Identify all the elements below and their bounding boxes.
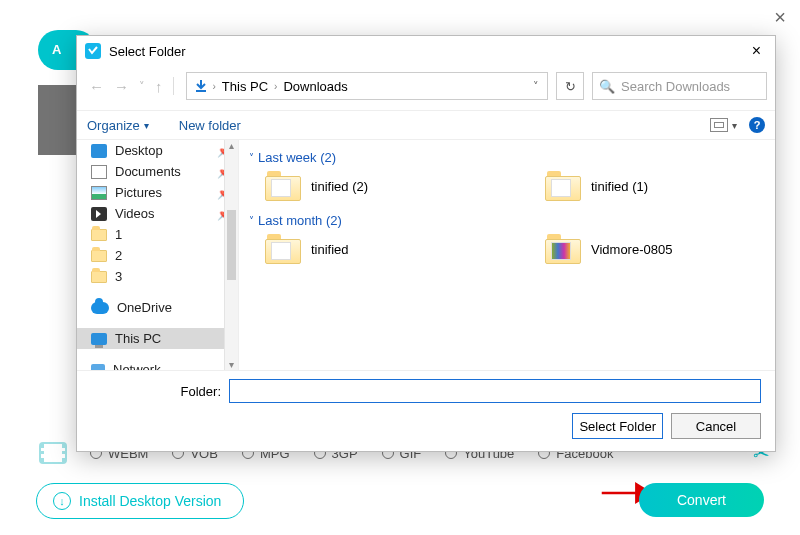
view-menu[interactable]: ▾: [710, 118, 737, 132]
doc-icon: [91, 165, 107, 179]
address-dropdown-icon[interactable]: ˅: [533, 80, 543, 93]
search-icon: 🔍: [599, 79, 615, 94]
close-icon[interactable]: ×: [746, 40, 767, 62]
tree-item-network[interactable]: Network: [77, 359, 238, 370]
tree-item-label: OneDrive: [117, 300, 172, 315]
folder-content: ˅Last week (2)tinified (2)tinified (1)˅L…: [239, 140, 775, 370]
net-icon: [91, 364, 105, 371]
tree-item-documents[interactable]: Documents📌: [77, 161, 238, 182]
downloads-icon: [191, 77, 211, 95]
forward-button[interactable]: →: [114, 78, 129, 95]
back-button[interactable]: ←: [89, 78, 104, 95]
dialog-title: Select Folder: [109, 44, 186, 59]
folder-icon: [265, 171, 301, 201]
tree-item-label: This PC: [115, 331, 161, 346]
folder-name-input[interactable]: [229, 379, 761, 403]
nav-tree: Desktop📌Documents📌Pictures📌Videos📌123One…: [77, 140, 239, 370]
folder-item[interactable]: Vidmore-0805: [545, 234, 745, 264]
tree-item-label: Documents: [115, 164, 181, 179]
cloud-icon: [91, 302, 109, 314]
pc-icon: [91, 333, 107, 345]
close-icon[interactable]: ×: [774, 6, 786, 29]
folder-label: tinified (1): [591, 179, 648, 194]
pic-icon: [91, 186, 107, 200]
app-logo-icon: [85, 43, 101, 59]
desktop-icon: [91, 144, 107, 158]
folder-icon: [91, 271, 107, 283]
chevron-down-icon: ˅: [249, 215, 254, 226]
folder-label: tinified (2): [311, 179, 368, 194]
tree-item-pictures[interactable]: Pictures📌: [77, 182, 238, 203]
folder-icon: [545, 171, 581, 201]
select-folder-button[interactable]: Select Folder: [572, 413, 663, 439]
vid-icon: [91, 207, 107, 221]
tree-item-3[interactable]: 3: [77, 266, 238, 287]
breadcrumb[interactable]: Downloads: [279, 79, 351, 94]
tree-item-label: 1: [115, 227, 122, 242]
tree-item-label: Desktop: [115, 143, 163, 158]
tree-item-label: Videos: [115, 206, 155, 221]
breadcrumb[interactable]: This PC: [218, 79, 272, 94]
folder-icon: [91, 250, 107, 262]
convert-button[interactable]: Convert: [639, 483, 764, 517]
scrollbar[interactable]: ▴▾: [224, 140, 238, 370]
help-icon[interactable]: ?: [749, 117, 765, 133]
folder-item[interactable]: tinified: [265, 234, 465, 264]
cancel-button[interactable]: Cancel: [671, 413, 761, 439]
folder-item[interactable]: tinified (1): [545, 171, 745, 201]
group-header[interactable]: ˅Last week (2): [249, 150, 765, 165]
group-header[interactable]: ˅Last month (2): [249, 213, 765, 228]
organize-menu[interactable]: Organize ▾: [87, 118, 149, 133]
nav-arrows: ← → ˅ ↑: [85, 77, 178, 95]
new-folder-button[interactable]: New folder: [179, 118, 241, 133]
film-icon: [36, 439, 70, 467]
tree-item-label: Pictures: [115, 185, 162, 200]
address-bar[interactable]: › This PC › Downloads ˅: [186, 72, 549, 100]
tree-item-onedrive[interactable]: OneDrive: [77, 297, 238, 318]
folder-icon: [545, 234, 581, 264]
bg-thumbnail: [38, 85, 78, 155]
folder-label: tinified: [311, 242, 349, 257]
up-button[interactable]: ↑: [155, 78, 163, 95]
recent-dropdown[interactable]: ˅: [139, 80, 145, 93]
tree-item-1[interactable]: 1: [77, 224, 238, 245]
view-icon: [710, 118, 728, 132]
tree-item-this-pc[interactable]: This PC: [77, 328, 238, 349]
install-desktop-button[interactable]: ↓ Install Desktop Version: [36, 483, 244, 519]
tree-item-label: 2: [115, 248, 122, 263]
folder-item[interactable]: tinified (2): [265, 171, 465, 201]
select-folder-dialog: Select Folder × ← → ˅ ↑ › This PC › Down…: [76, 35, 776, 452]
group-header-label: Last month (2): [258, 213, 342, 228]
folder-label: Vidmore-0805: [591, 242, 672, 257]
search-input[interactable]: 🔍 Search Downloads: [592, 72, 767, 100]
tree-item-videos[interactable]: Videos📌: [77, 203, 238, 224]
folder-field-label: Folder:: [91, 384, 221, 399]
folder-icon: [91, 229, 107, 241]
refresh-button[interactable]: ↻: [556, 72, 584, 100]
tree-item-desktop[interactable]: Desktop📌: [77, 140, 238, 161]
group-header-label: Last week (2): [258, 150, 336, 165]
tree-item-label: 3: [115, 269, 122, 284]
download-icon: ↓: [53, 492, 71, 510]
tree-item-label: Network: [113, 362, 161, 370]
tree-item-2[interactable]: 2: [77, 245, 238, 266]
folder-icon: [265, 234, 301, 264]
chevron-down-icon: ˅: [249, 152, 254, 163]
